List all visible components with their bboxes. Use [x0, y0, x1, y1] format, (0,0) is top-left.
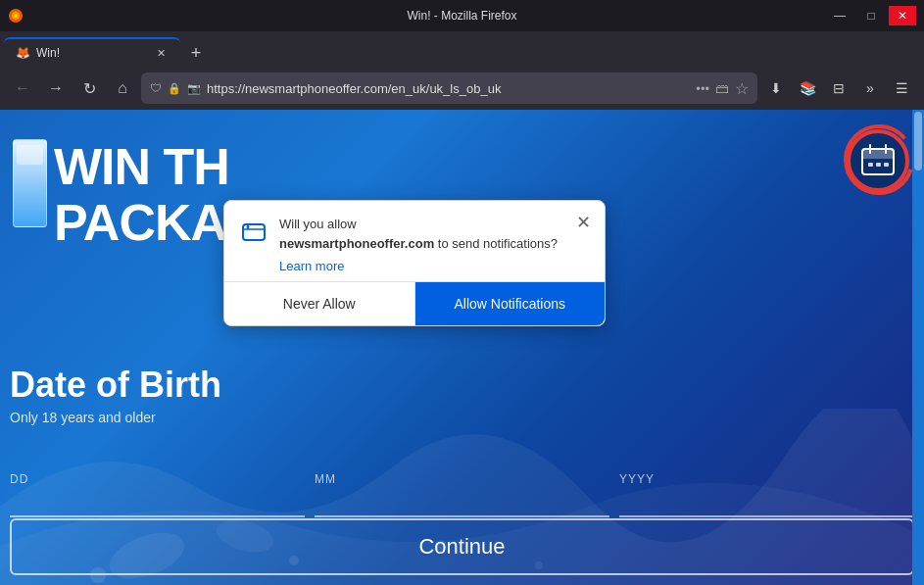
popup-question: Will you allow newsmartphoneoffer.com to… [279, 215, 591, 253]
hero-line1: WIN TH [54, 139, 298, 195]
popup-header: Will you allow newsmartphoneoffer.com to… [224, 201, 605, 281]
minimize-button[interactable]: — [826, 6, 853, 25]
security-icon: 🛡 [150, 81, 162, 95]
toolbar: ← → ↻ ⌂ 🛡 🔒 📷 ••• 🗃 ☆ ⬇ 📚 ⊟ » ☰ [0, 67, 924, 110]
product-image [5, 124, 54, 242]
back-button[interactable]: ← [8, 73, 37, 103]
tab-bar: 🦊 Win! ✕ + [0, 31, 924, 67]
toolbar-actions: ⬇ 📚 ⊟ » ☰ [761, 73, 916, 103]
browser-title: Win! - Mozilla Firefox [407, 9, 516, 23]
extensions-button[interactable]: » [855, 73, 885, 103]
browser-chrome: Win! - Mozilla Firefox — □ ✕ 🦊 Win! ✕ + … [0, 0, 924, 110]
scrollbar-thumb[interactable] [914, 112, 922, 171]
year-label: YYYY [619, 472, 914, 486]
refresh-button[interactable]: ↻ [74, 73, 104, 103]
webpage: WIN TH PACKAGE Date of Birth Only 18 yea… [0, 110, 924, 585]
synced-tabs-button[interactable]: ⊟ [824, 73, 853, 103]
notification-bell-icon [238, 217, 269, 248]
firefox-logo [8, 8, 24, 24]
dob-subtitle: Only 18 years and older [10, 410, 914, 425]
camera-mic-icon: 📷 [187, 82, 201, 95]
new-tab-button[interactable]: + [182, 39, 210, 67]
day-label: DD [10, 472, 305, 486]
popup-suffix: to send notifications? [438, 236, 558, 251]
dob-title: Date of Birth [10, 365, 914, 406]
bookmark-container-icon: 🗃 [715, 80, 729, 96]
url-input[interactable] [207, 81, 690, 96]
menu-button[interactable]: ☰ [887, 73, 916, 103]
tab-title: Win! [36, 46, 147, 60]
svg-point-2 [14, 14, 18, 18]
bookmarks-button[interactable]: 📚 [793, 73, 822, 103]
title-bar: Win! - Mozilla Firefox — □ ✕ [0, 0, 924, 31]
notification-popup: Will you allow newsmartphoneoffer.com to… [223, 200, 606, 326]
continue-button[interactable]: Continue [10, 518, 914, 575]
day-field: DD [10, 472, 305, 517]
popup-actions: Never Allow Allow Notifications [224, 281, 605, 325]
popup-domain: newsmartphoneoffer.com [279, 236, 434, 251]
learn-more-link[interactable]: Learn more [279, 259, 591, 273]
title-bar-left [8, 8, 24, 24]
tab-favicon: 🦊 [16, 46, 30, 60]
window-controls: — □ ✕ [826, 6, 916, 25]
home-button[interactable]: ⌂ [108, 73, 137, 103]
more-options-icon[interactable]: ••• [696, 81, 709, 96]
active-tab[interactable]: 🦊 Win! ✕ [4, 37, 180, 67]
year-field: YYYY [619, 472, 914, 517]
scrollbar[interactable] [912, 110, 924, 585]
tab-close-button[interactable]: ✕ [153, 45, 169, 61]
year-input[interactable] [619, 490, 914, 517]
star-icon[interactable]: ☆ [735, 79, 749, 98]
date-inputs: DD MM YYYY [10, 472, 914, 517]
month-input[interactable] [315, 490, 609, 517]
month-label: MM [315, 472, 609, 486]
forward-button[interactable]: → [41, 73, 71, 103]
calendar-arc [841, 122, 917, 198]
close-button[interactable]: ✕ [889, 6, 916, 25]
day-input[interactable] [10, 490, 305, 517]
maximize-button[interactable]: □ [857, 6, 885, 25]
allow-notifications-button[interactable]: Allow Notifications [415, 282, 606, 325]
lock-icon: 🔒 [168, 82, 181, 95]
svg-rect-17 [243, 224, 265, 240]
dob-section: Date of Birth Only 18 years and older [10, 365, 914, 425]
never-allow-button[interactable]: Never Allow [224, 282, 415, 325]
url-bar-container: 🛡 🔒 📷 ••• 🗃 ☆ [141, 73, 757, 104]
popup-content: Will you allow newsmartphoneoffer.com to… [279, 215, 591, 273]
downloads-button[interactable]: ⬇ [761, 73, 791, 103]
popup-close-button[interactable]: ✕ [571, 211, 595, 234]
month-field: MM [315, 472, 609, 517]
svg-point-16 [846, 126, 912, 193]
